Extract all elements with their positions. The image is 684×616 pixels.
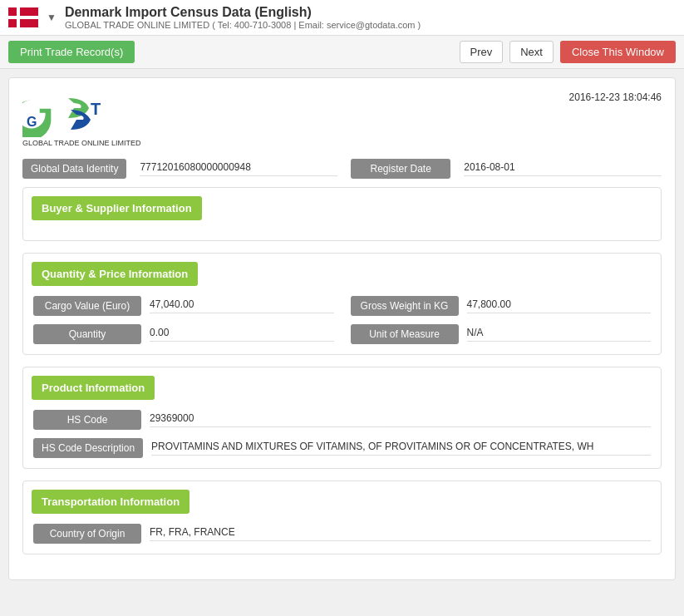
cargo-value-row: Cargo Value (Euro) 47,040.00: [33, 296, 334, 316]
unit-measure-value: N/A: [467, 327, 652, 342]
buyer-supplier-body: [23, 227, 661, 240]
hs-code-row: HS Code 29369000: [33, 410, 651, 430]
header-title-block: Denmark Import Census Data (English) GLO…: [65, 5, 676, 30]
page-title: Denmark Import Census Data (English): [65, 5, 676, 20]
record-timestamp: 2016-12-23 18:04:46: [569, 91, 662, 103]
hs-code-label: HS Code: [33, 410, 141, 430]
quantity-value: 0.00: [150, 327, 334, 342]
product-body: HS Code 29369000 HS Code Description PRO…: [23, 407, 661, 468]
product-section: Product Information HS Code 29369000 HS …: [22, 367, 662, 469]
country-origin-value: FR, FRA, FRANCE: [150, 526, 651, 541]
gross-weight-value: 47,800.00: [467, 298, 652, 313]
gto-logo-icon: G T: [22, 91, 122, 137]
hs-code-desc-label: HS Code Description: [33, 438, 143, 458]
header-bar: ▼ Denmark Import Census Data (English) G…: [0, 0, 684, 36]
global-data-row: Global Data Identity 7771201608000000094…: [22, 159, 662, 179]
quantity-row: Quantity 0.00: [33, 324, 334, 344]
cargo-value-value: 47,040.00: [150, 298, 334, 313]
transportation-section: Transportation Information Country of Or…: [22, 480, 662, 554]
gross-weight-label: Gross Weight in KG: [351, 296, 459, 316]
transportation-section-title: Transportation Information: [32, 490, 189, 514]
company-subtitle: GLOBAL TRADE ONLINE LIMITED ( Tel: 400-7…: [65, 20, 676, 30]
toolbar: Print Trade Record(s) Prev Next Close Th…: [0, 36, 684, 69]
quantity-label: Quantity: [33, 324, 141, 344]
next-button[interactable]: Next: [509, 41, 554, 63]
global-data-identity-value: 77712016080000000948: [140, 161, 337, 176]
hs-code-desc-row: HS Code Description PROVITAMINS AND MIXT…: [33, 438, 651, 458]
buyer-supplier-section-title: Buyer & Supplier Information: [32, 196, 202, 220]
quantity-price-body: Cargo Value (Euro) 47,040.00 Gross Weigh…: [23, 293, 661, 354]
hs-code-value: 29369000: [150, 412, 651, 427]
svg-text:T: T: [91, 100, 101, 118]
quantity-price-section: Quantity & Price Information Cargo Value…: [22, 253, 662, 355]
denmark-flag-icon: [8, 7, 38, 27]
register-date-value: 2016-08-01: [464, 161, 662, 176]
gross-weight-row: Gross Weight in KG 47,800.00: [351, 296, 652, 316]
dropdown-arrow-icon[interactable]: ▼: [47, 12, 57, 23]
unit-measure-label: Unit of Measure: [351, 324, 459, 344]
unit-measure-row: Unit of Measure N/A: [351, 324, 652, 344]
buyer-supplier-section: Buyer & Supplier Information: [22, 187, 662, 241]
country-origin-label: Country of Origin: [33, 524, 141, 544]
logo-company-name: GLOBAL TRADE ONLINE LIMITED: [22, 139, 141, 147]
logo-row: G T GLOBAL TRADE ONLINE LIMITED 2016-12-…: [22, 91, 662, 147]
prev-button[interactable]: Prev: [460, 41, 504, 63]
close-window-button[interactable]: Close This Window: [560, 41, 676, 63]
svg-rect-2: [8, 16, 38, 19]
print-button[interactable]: Print Trade Record(s): [8, 41, 135, 63]
product-section-title: Product Information: [32, 376, 155, 400]
svg-text:G: G: [27, 115, 37, 129]
register-date-label: Register Date: [351, 159, 450, 179]
global-data-identity-label: Global Data Identity: [22, 159, 126, 179]
quantity-price-section-title: Quantity & Price Information: [32, 262, 198, 286]
transportation-body: Country of Origin FR, FRA, FRANCE: [23, 520, 661, 554]
main-content: G T GLOBAL TRADE ONLINE LIMITED 2016-12-…: [8, 77, 676, 580]
logo-container: G T GLOBAL TRADE ONLINE LIMITED: [22, 91, 141, 147]
country-origin-row: Country of Origin FR, FRA, FRANCE: [33, 524, 651, 544]
cargo-value-label: Cargo Value (Euro): [33, 296, 141, 316]
hs-code-desc-value: PROVITAMINS AND MIXTURES OF VITAMINS, OF…: [151, 441, 651, 456]
